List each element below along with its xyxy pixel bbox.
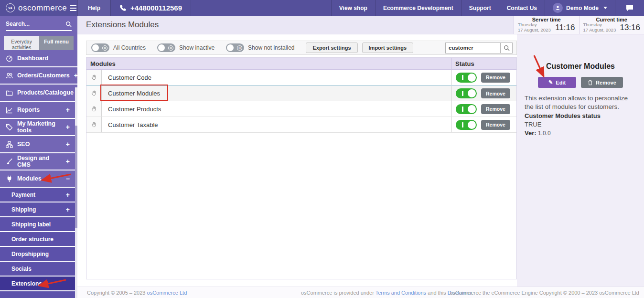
sidebar-item-seo[interactable]: SEO + bbox=[0, 136, 77, 153]
sidebar-subitem-extensions[interactable]: Extensions bbox=[0, 277, 77, 291]
drag-handle[interactable] bbox=[86, 117, 102, 132]
sidebar-subitem-socials[interactable]: Socials bbox=[0, 262, 77, 277]
dashboard-icon bbox=[6, 55, 13, 62]
table-row-customer-modules[interactable]: Customer Modules Remove bbox=[86, 85, 516, 101]
toggle-show-not-installed: 0 Show not installed bbox=[226, 43, 294, 52]
footer-oscommerce-link[interactable]: osCommerce Ltd bbox=[147, 290, 187, 296]
detail-remove-button[interactable]: Remove bbox=[581, 77, 623, 88]
app-window: v4 oscommerce Help +448000112569 View sh… bbox=[0, 0, 644, 298]
detail-description: This extension allows to personalize the… bbox=[525, 94, 636, 111]
sidebar-item-design-cms[interactable]: Design and CMS + bbox=[0, 153, 77, 170]
sidebar-item-reports[interactable]: Reports + bbox=[0, 102, 77, 119]
sidebar-item-label: Products/Catalogue bbox=[17, 89, 74, 96]
page-title: Extensions Modules bbox=[86, 20, 159, 30]
all-countries-toggle[interactable]: 0 bbox=[91, 43, 109, 52]
nav-view-shop[interactable]: View shop bbox=[331, 0, 375, 16]
footer-terms: osCommerce is provided under Terms and C… bbox=[301, 290, 472, 296]
hand-icon bbox=[91, 106, 97, 112]
footer: Copyright © 2005 – 2023 osCommerce Ltd o… bbox=[77, 287, 644, 298]
hamburger-menu-icon[interactable] bbox=[70, 5, 76, 11]
header-spacer bbox=[191, 0, 331, 16]
toggle-off-glyph: 0 bbox=[102, 45, 107, 51]
status-cell: Remove bbox=[451, 117, 516, 132]
status-cell: Remove bbox=[451, 101, 516, 117]
sidebar-menu: Dashboard Orders/Customers + Products/Ca… bbox=[0, 50, 77, 298]
table-row-customer-code[interactable]: Customer Code Remove bbox=[86, 70, 516, 85]
table-row-customer-products[interactable]: Customer Products Remove bbox=[86, 101, 516, 117]
server-time-date: Thursday 17 August, 2023 bbox=[518, 22, 551, 33]
toggle-show-inactive: 0 Show inactive bbox=[157, 43, 215, 52]
status-cell: Remove bbox=[451, 86, 516, 101]
table-row-customer-taxable[interactable]: Customer Taxable Remove bbox=[86, 117, 516, 133]
sidebar-subitem-label: Extensions bbox=[11, 280, 42, 287]
status-cell: Remove bbox=[451, 70, 516, 85]
sidebar: Search... Everyday activities Full menu … bbox=[0, 16, 77, 298]
show-not-installed-toggle[interactable]: 0 bbox=[226, 43, 244, 52]
sidebar-subitem-dropshipping[interactable]: Dropshipping bbox=[0, 247, 77, 262]
user-menu[interactable]: Demo Mode bbox=[545, 0, 615, 16]
status-toggle-on[interactable] bbox=[456, 73, 477, 83]
module-name: Customer Modules bbox=[102, 86, 451, 101]
sidebar-item-orders-customers[interactable]: Orders/Customers + bbox=[0, 67, 77, 85]
sidebar-item-dashboard[interactable]: Dashboard bbox=[0, 50, 77, 67]
toggle-off-glyph: 0 bbox=[168, 45, 173, 51]
drag-handle[interactable] bbox=[86, 101, 102, 117]
expand-sign: + bbox=[66, 158, 72, 165]
nav-contact-us[interactable]: Contact Us bbox=[499, 0, 545, 16]
toggle-all-countries: 0 All Countries bbox=[91, 43, 146, 52]
toggle-off-glyph: 0 bbox=[237, 45, 242, 51]
expand-sign: + bbox=[66, 191, 72, 199]
time-panel: Server time Thursday 17 August, 2023 11:… bbox=[514, 16, 644, 34]
edit-button[interactable]: ✎ Edit bbox=[538, 77, 576, 88]
server-time-value: 11:16 bbox=[555, 23, 575, 32]
sidebar-subitem-label: Shipping bbox=[11, 206, 36, 213]
expand-sign: + bbox=[66, 106, 72, 114]
drag-handle[interactable] bbox=[86, 70, 102, 85]
import-settings-button[interactable]: Import settings bbox=[362, 43, 413, 53]
phone-label: +448000112569 bbox=[130, 4, 182, 12]
remove-button[interactable]: Remove bbox=[481, 88, 510, 98]
search-submit-button[interactable] bbox=[501, 43, 513, 53]
show-inactive-toggle[interactable]: 0 bbox=[157, 43, 175, 52]
status-toggle-on[interactable] bbox=[456, 104, 477, 114]
sidebar-subitem-payment[interactable]: Payment + bbox=[0, 188, 77, 202]
sidebar-subitem-label: Shipping label bbox=[11, 221, 51, 228]
module-name: Customer Code bbox=[102, 70, 451, 85]
sidebar-subitem-shipping-label[interactable]: Shipping label bbox=[0, 217, 77, 232]
terms-link[interactable]: Terms and Conditions bbox=[376, 290, 426, 296]
phone-icon bbox=[119, 4, 127, 11]
chat-button[interactable] bbox=[615, 0, 644, 16]
remove-button-label: Remove bbox=[596, 80, 616, 85]
top-header: v4 oscommerce Help +448000112569 View sh… bbox=[0, 0, 644, 16]
sidebar-subitem-label: Dropshipping bbox=[11, 251, 49, 257]
help-button[interactable]: Help bbox=[77, 0, 110, 16]
sidebar-subitem-label: Order structure bbox=[11, 236, 54, 243]
sidebar-item-products-catalogue[interactable]: Products/Catalogue + bbox=[0, 85, 77, 102]
search-icon[interactable] bbox=[65, 21, 72, 27]
detail-status-value: TRUE bbox=[525, 121, 636, 128]
sidebar-subitem-label: Payment bbox=[11, 192, 35, 198]
version-label: Ver: bbox=[525, 129, 537, 137]
logo-badge: v4 bbox=[9, 6, 12, 10]
remove-button[interactable]: Remove bbox=[481, 73, 510, 83]
sidebar-item-modules[interactable]: Modules – bbox=[0, 170, 77, 188]
filters-toolbar: 0 All Countries 0 Show inactive 0 Show n… bbox=[86, 41, 517, 55]
server-time: Server time Thursday 17 August, 2023 11:… bbox=[514, 16, 579, 34]
search-input[interactable] bbox=[445, 43, 501, 53]
sidebar-search[interactable]: Search... bbox=[6, 21, 72, 31]
status-toggle-on[interactable] bbox=[456, 120, 477, 130]
export-settings-button[interactable]: Export settings bbox=[306, 43, 357, 53]
sidebar-subitem-shipping[interactable]: Shipping + bbox=[0, 202, 77, 217]
status-toggle-on[interactable] bbox=[456, 88, 477, 98]
current-time-value: 13:16 bbox=[620, 23, 640, 32]
sidebar-item-marketing-tools[interactable]: My Marketing tools + bbox=[0, 119, 77, 136]
sidebar-subitem-order-structure[interactable]: Order structure bbox=[0, 232, 77, 247]
modules-table: Modules Status Customer Code Remove Cust… bbox=[86, 57, 517, 279]
hand-icon bbox=[91, 90, 97, 96]
remove-button[interactable]: Remove bbox=[481, 104, 510, 114]
nav-support[interactable]: Support bbox=[461, 0, 499, 16]
drag-handle[interactable] bbox=[86, 86, 102, 101]
nav-ecommerce-development[interactable]: Ecommerce Development bbox=[375, 0, 461, 16]
remove-button[interactable]: Remove bbox=[481, 120, 510, 130]
logo[interactable]: v4 oscommerce bbox=[0, 0, 77, 16]
